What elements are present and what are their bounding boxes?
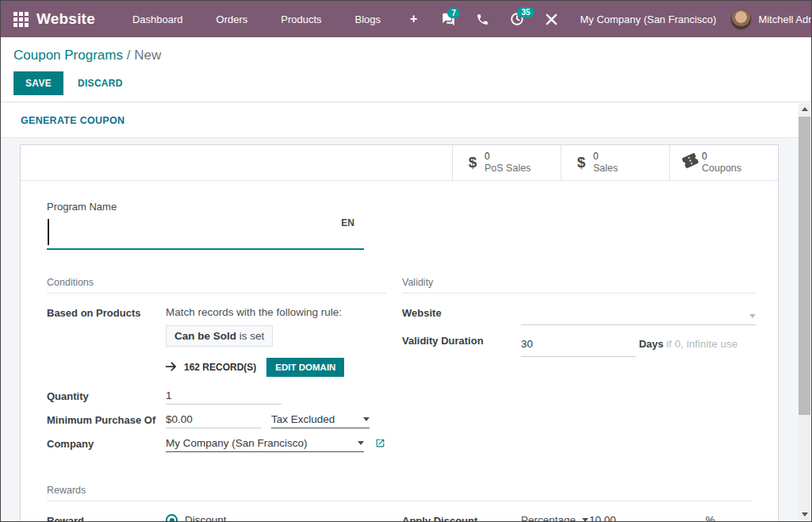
- phone-button[interactable]: [465, 6, 500, 33]
- reward-option-discount[interactable]: Discount: [166, 514, 386, 521]
- stat-label: Coupons: [702, 163, 741, 175]
- triangle-down-icon: [802, 512, 808, 516]
- user-name: Mitchell Admin: [758, 13, 812, 25]
- scroll-up-button[interactable]: [799, 103, 810, 115]
- program-name-label: Program Name: [47, 201, 364, 213]
- control-panel: Coupon Programs / New SAVE DISCARD: [1, 37, 811, 102]
- domain-rule-field: Can be Sold: [174, 330, 236, 342]
- arrow-right-icon: [166, 362, 177, 374]
- reward-group: Reward Discount Free Product: [47, 514, 386, 521]
- duration-hint-text: if 0, infinite use: [666, 338, 737, 350]
- generate-coupon-button[interactable]: GENERATE COUPON: [21, 115, 124, 126]
- nav-right: 7 35 My Company (San Francisco): [430, 6, 812, 33]
- conditions-group: Conditions Based on Products Match recor…: [47, 277, 386, 461]
- messages-badge: 7: [447, 8, 460, 18]
- company-label: Company: [47, 437, 166, 452]
- stat-button-row: $ 0 PoS Sales $ 0 Sales: [21, 145, 778, 181]
- top-navbar: Website Dashboard Orders Products Blogs …: [1, 1, 811, 37]
- messages-button[interactable]: 7: [430, 6, 465, 33]
- app-window: Website Dashboard Orders Products Blogs …: [0, 0, 812, 522]
- company-value: My Company (San Francisco): [166, 437, 308, 449]
- discount-value-input[interactable]: 10.00: [589, 514, 616, 521]
- nav-new-content-button[interactable]: +: [397, 2, 430, 36]
- validity-duration-label: Validity Duration: [402, 334, 521, 358]
- triangle-up-icon: [802, 107, 808, 111]
- caret-down-icon: [358, 441, 364, 445]
- breadcrumb-parent-link[interactable]: Coupon Programs: [13, 48, 123, 63]
- stat-label: Sales: [593, 163, 618, 175]
- website-select[interactable]: [521, 310, 756, 325]
- breadcrumb: Coupon Programs / New: [13, 48, 799, 63]
- company-switcher[interactable]: My Company (San Francisco): [569, 13, 730, 25]
- breadcrumb-separator: /: [127, 48, 134, 63]
- nav-item-blogs[interactable]: Blogs: [339, 2, 398, 36]
- tax-mode-select[interactable]: Tax Excluded: [271, 413, 370, 428]
- stat-button-pos-sales[interactable]: $ 0 PoS Sales: [452, 145, 561, 180]
- domain-rule-chip[interactable]: Can be Sold is set: [166, 325, 273, 347]
- domain-intro-text: Match records with the following rule:: [166, 306, 386, 318]
- program-name-input[interactable]: EN: [47, 215, 364, 250]
- validity-duration-input[interactable]: 30: [521, 334, 636, 358]
- dollar-icon: $: [569, 154, 593, 171]
- quantity-label: Quantity: [47, 390, 166, 405]
- activities-button[interactable]: 35: [500, 6, 534, 33]
- stat-button-coupons[interactable]: 0 Coupons: [669, 145, 778, 180]
- caret-down-icon: [582, 518, 588, 521]
- save-button[interactable]: SAVE: [13, 71, 63, 95]
- validity-section-title: Validity: [402, 277, 756, 294]
- nav-item-orders[interactable]: Orders: [200, 2, 265, 36]
- discount-type-value: Percentage: [521, 514, 576, 521]
- stat-button-sales[interactable]: $ 0 Sales: [561, 145, 669, 180]
- phone-icon: [476, 13, 489, 26]
- form-view-container: $ 0 PoS Sales $ 0 Sales: [1, 138, 799, 521]
- text-cursor: [48, 219, 49, 245]
- form-body: Program Name EN Conditions Based on Prod…: [21, 181, 778, 521]
- apps-menu-icon[interactable]: [13, 12, 29, 27]
- breadcrumb-current: New: [134, 48, 161, 63]
- form-sheet: $ 0 PoS Sales $ 0 Sales: [20, 144, 779, 521]
- user-menu[interactable]: Mitchell Admin: [730, 9, 812, 30]
- quantity-input[interactable]: 1: [166, 390, 282, 405]
- stat-value: 0: [485, 151, 530, 163]
- user-avatar: [730, 9, 752, 30]
- caret-down-icon: [749, 314, 756, 318]
- form-statusbar: GENERATE COUPON: [1, 103, 799, 138]
- nav-left: Website Dashboard Orders Products Blogs …: [9, 2, 430, 36]
- based-on-products-label: Based on Products: [47, 306, 166, 377]
- duration-unit-label: Days: [639, 338, 664, 350]
- scrollbar-thumb[interactable]: [799, 117, 810, 415]
- discount-widget: Percentage10.00: [521, 514, 691, 521]
- discount-group: Apply Discount Percentage10.00 % Discoun…: [402, 514, 756, 521]
- app-brand[interactable]: Website: [36, 10, 95, 28]
- ticket-icon: [678, 152, 702, 173]
- tax-mode-value: Tax Excluded: [271, 413, 335, 425]
- website-label: Website: [402, 306, 521, 325]
- stat-label: PoS Sales: [485, 163, 530, 175]
- discount-type-select[interactable]: Percentage: [521, 514, 589, 521]
- caret-down-icon: [363, 417, 370, 421]
- records-count-link[interactable]: 162 RECORD(S): [184, 362, 256, 373]
- edit-domain-button[interactable]: EDIT DOMAIN: [266, 358, 344, 377]
- discount-unit-label: %: [706, 514, 715, 521]
- dollar-icon: $: [461, 154, 485, 171]
- discard-button[interactable]: DISCARD: [78, 78, 123, 89]
- company-select[interactable]: My Company (San Francisco): [166, 437, 364, 452]
- apply-discount-label: Apply Discount: [402, 514, 521, 521]
- validity-group: Validity Website Validity Duration 30: [402, 277, 756, 461]
- nav-item-products[interactable]: Products: [264, 2, 338, 36]
- minimum-purchase-input[interactable]: $0.00: [166, 413, 261, 428]
- external-link-icon[interactable]: [372, 439, 385, 451]
- scroll-down-button[interactable]: [799, 509, 810, 520]
- minimum-purchase-label: Minimum Purchase Of: [47, 413, 166, 428]
- reward-option-label: Discount: [185, 514, 227, 521]
- tools-icon: [545, 13, 558, 26]
- nav-item-dashboard[interactable]: Dashboard: [116, 2, 200, 36]
- stat-value: 0: [593, 151, 618, 163]
- tools-button[interactable]: [534, 6, 569, 33]
- activities-badge: 35: [517, 7, 534, 17]
- vertical-scrollbar[interactable]: [799, 103, 810, 520]
- domain-rule-operator: is set: [236, 330, 264, 342]
- language-badge[interactable]: EN: [341, 217, 354, 228]
- action-buttons-row: SAVE DISCARD: [13, 71, 799, 95]
- domain-widget: Match records with the following rule: C…: [166, 306, 386, 377]
